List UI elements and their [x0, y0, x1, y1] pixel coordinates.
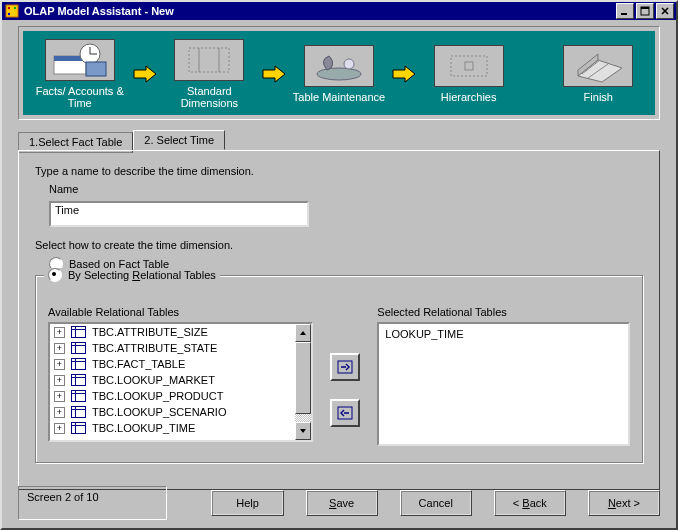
list-item-label: TBC.LOOKUP_PRODUCT	[92, 390, 223, 402]
expand-icon[interactable]	[54, 423, 65, 434]
title-bar: OLAP Model Assistant - New	[2, 2, 676, 20]
expand-icon[interactable]	[54, 391, 65, 402]
available-tables-list[interactable]: TBC.ATTRIBUTE_SIZETBC.ATTRIBUTE_STATETBC…	[48, 322, 313, 442]
list-item[interactable]: TBC.ATTRIBUTE_STATE	[50, 340, 295, 356]
list-item-label: TBC.FACT_TABLE	[92, 358, 185, 370]
svg-rect-21	[465, 62, 473, 70]
move-left-button[interactable]	[330, 399, 360, 427]
app-icon	[4, 3, 20, 19]
tab-strip: 1.Select Fact Table 2. Select Time	[18, 130, 660, 150]
button-label: Next >	[608, 497, 640, 509]
step-standard-dimensions[interactable]: Standard Dimensions	[159, 39, 260, 109]
list-item[interactable]: TBC.LOOKUP_MARKET	[50, 372, 295, 388]
list-item-label: LOOKUP_TIME	[385, 328, 463, 340]
step-label: Facts/ Accounts & Time	[29, 85, 130, 109]
svg-rect-20	[451, 56, 487, 76]
radio-by-selecting-relational[interactable]: By Selecting Relational Tables	[44, 268, 220, 282]
minimize-button[interactable]	[616, 3, 634, 19]
svg-point-1	[8, 7, 10, 9]
step-thumb-icon	[174, 39, 244, 81]
button-label: < Back	[513, 497, 547, 509]
list-item-label: TBC.ATTRIBUTE_SIZE	[92, 326, 208, 338]
move-right-button[interactable]	[330, 353, 360, 381]
window-title: OLAP Model Assistant - New	[24, 5, 614, 17]
tab-select-time[interactable]: 2. Select Time	[133, 130, 225, 150]
expand-icon[interactable]	[54, 375, 65, 386]
svg-rect-4	[621, 13, 627, 15]
radio-label: By Selecting Relational Tables	[68, 269, 216, 281]
wizard-steps: Facts/ Accounts & Time Standard Dimensio…	[23, 31, 655, 115]
wizard-steps-frame: Facts/ Accounts & Time Standard Dimensio…	[18, 26, 660, 120]
name-input[interactable]: Time	[49, 201, 309, 227]
scroll-thumb[interactable]	[295, 342, 311, 414]
svg-point-18	[317, 68, 361, 80]
select-how-text: Select how to create the time dimension.	[35, 239, 643, 251]
list-item[interactable]: TBC.FACT_TABLE	[50, 356, 295, 372]
svg-point-3	[8, 13, 10, 15]
svg-point-2	[14, 7, 16, 9]
svg-rect-15	[189, 48, 229, 72]
close-button[interactable]	[656, 3, 674, 19]
list-item[interactable]: TBC.LOOKUP_PRODUCT	[50, 388, 295, 404]
intro-text: Type a name to describe the time dimensi…	[35, 165, 643, 177]
window-frame: OLAP Model Assistant - New Facts/ Accoun…	[0, 0, 678, 530]
table-icon	[71, 374, 86, 386]
scrollbar[interactable]	[295, 324, 311, 440]
button-label: Cancel	[419, 497, 453, 509]
tab-page: Type a name to describe the time dimensi…	[18, 150, 660, 490]
table-icon	[71, 422, 86, 434]
selected-label: Selected Relational Tables	[377, 306, 630, 318]
svg-rect-0	[6, 5, 18, 17]
list-item[interactable]: TBC.LOOKUP_SCENARIO	[50, 404, 295, 420]
step-thumb-icon	[304, 45, 374, 87]
scroll-up-button[interactable]	[295, 324, 311, 342]
arrow-icon	[260, 65, 288, 83]
scroll-down-button[interactable]	[295, 422, 311, 440]
button-label: Help	[236, 497, 259, 509]
available-label: Available Relational Tables	[48, 306, 313, 318]
expand-icon[interactable]	[54, 327, 65, 338]
table-icon	[71, 406, 86, 418]
expand-icon[interactable]	[54, 343, 65, 354]
scroll-track[interactable]	[295, 342, 311, 422]
step-label: Table Maintenance	[288, 91, 389, 103]
list-item[interactable]: TBC.ATTRIBUTE_SIZE	[50, 324, 295, 340]
step-thumb-icon	[45, 39, 115, 81]
table-icon	[71, 342, 86, 354]
arrow-icon	[130, 65, 158, 83]
name-label: Name	[49, 183, 643, 195]
step-hierarchies[interactable]: Hierarchies	[418, 45, 519, 103]
step-label: Standard Dimensions	[159, 85, 260, 109]
table-icon	[71, 358, 86, 370]
step-table-maintenance[interactable]: Table Maintenance	[288, 45, 389, 103]
radio-icon	[48, 268, 62, 282]
table-icon	[71, 326, 86, 338]
step-facts-accounts-time[interactable]: Facts/ Accounts & Time	[29, 39, 130, 109]
help-button[interactable]: Help	[211, 490, 283, 516]
maximize-button[interactable]	[636, 3, 654, 19]
list-item[interactable]: LOOKUP_TIME	[385, 326, 622, 342]
cancel-button[interactable]: Cancel	[400, 490, 472, 516]
selected-tables-list[interactable]: LOOKUP_TIME	[377, 322, 630, 446]
list-item-label: TBC.ATTRIBUTE_STATE	[92, 342, 217, 354]
svg-rect-14	[86, 62, 106, 76]
step-thumb-icon	[434, 45, 504, 87]
step-finish[interactable]: Finish	[548, 45, 649, 103]
groupbox-relational-tables: By Selecting Relational Tables Available…	[35, 275, 643, 463]
save-button[interactable]: Save	[306, 490, 378, 516]
button-label: Save	[329, 497, 354, 509]
bottom-bar: Screen 2 of 10 Help Save Cancel < Back N…	[2, 486, 676, 520]
svg-point-19	[344, 59, 354, 69]
expand-icon[interactable]	[54, 359, 65, 370]
arrow-icon	[390, 65, 418, 83]
list-item-label: TBC.LOOKUP_TIME	[92, 422, 195, 434]
step-label: Finish	[548, 91, 649, 103]
table-icon	[71, 390, 86, 402]
list-item[interactable]: TBC.LOOKUP_TIME	[50, 420, 295, 436]
next-button[interactable]: Next >	[588, 490, 660, 516]
list-item-label: TBC.LOOKUP_SCENARIO	[92, 406, 226, 418]
expand-icon[interactable]	[54, 407, 65, 418]
back-button[interactable]: < Back	[494, 490, 566, 516]
svg-rect-6	[641, 7, 649, 9]
step-label: Hierarchies	[418, 91, 519, 103]
